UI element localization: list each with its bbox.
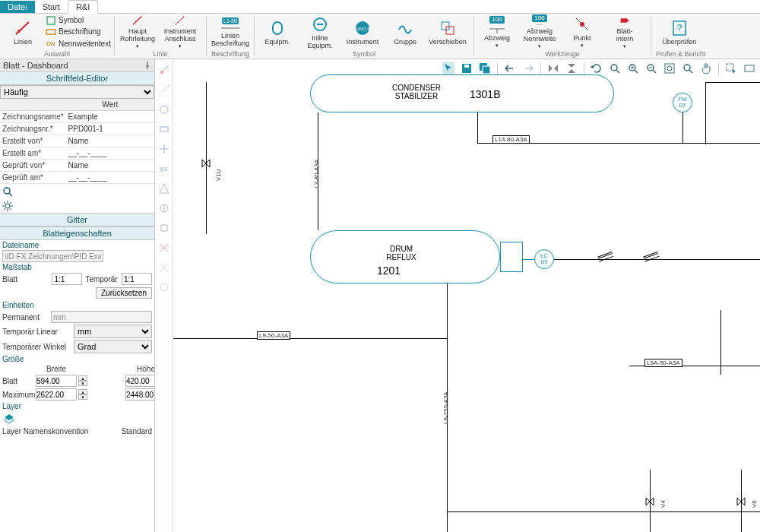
drum-tag: 1201	[377, 264, 401, 277]
condenser-label: CONDENSERSTABILIZER	[371, 84, 462, 100]
svg-rect-39	[160, 127, 168, 131]
layer-naming-label: Layer Namenskonvention	[2, 427, 88, 435]
instr-fm07[interactable]: FM07	[673, 93, 692, 112]
menu-tabs: Datei Start R&I	[0, 0, 760, 14]
tab-start[interactable]: Start	[35, 1, 68, 13]
section-gitter[interactable]: Gitter	[0, 213, 154, 226]
search-icon[interactable]	[2, 186, 13, 197]
tab-file[interactable]: Datei	[0, 1, 35, 13]
layer-naming-value: Standard	[121, 427, 152, 435]
groesse-label: Größe	[0, 354, 154, 364]
ribbon-group-linie-label: Linie	[151, 50, 169, 59]
temp-winkel-select[interactable]: Grad	[74, 340, 152, 353]
vtool-9[interactable]	[158, 222, 170, 234]
vtool-4[interactable]	[158, 123, 170, 135]
vtool-7[interactable]	[158, 182, 170, 195]
punkt-button[interactable]: Punkt▾	[562, 14, 602, 49]
pipe-v4[interactable]	[650, 470, 651, 532]
l7-label: L7-80-A3A	[313, 160, 320, 188]
verschieben-button[interactable]: Verschieben	[428, 14, 467, 49]
titleblock-row[interactable]: Geprüft von*Name	[0, 160, 154, 172]
abzweig-nennweite-button[interactable]: 100Abzweig Nennweite▾	[520, 14, 559, 49]
equipment-button[interactable]: Equipm.	[258, 14, 297, 49]
wert-header: Wert	[66, 99, 154, 111]
ribbon-group-linie: Haupt Rohrleitung ▾ Instrument Anschluss…	[115, 14, 206, 59]
tab-ri[interactable]: R&I	[68, 0, 98, 14]
gear-icon[interactable]	[2, 201, 13, 211]
pipe-l8[interactable]	[447, 338, 448, 532]
linien-select-button[interactable]: Linien	[3, 14, 43, 49]
ribbon-group-pruefen: ?Überprüfen Prüfen & Bericht	[651, 14, 711, 59]
ribbon: Linien Symbol Beschriftung DNNennweitent…	[0, 14, 760, 59]
condenser-vessel[interactable]	[310, 74, 614, 112]
v6-label: V6	[751, 500, 758, 508]
vtool-12[interactable]	[158, 281, 170, 293]
svg-line-5	[133, 17, 141, 25]
instrument-button[interactable]: FUNC IDInstrument	[343, 14, 382, 49]
blatt-width-input[interactable]	[36, 375, 77, 387]
pin-icon[interactable]	[144, 62, 151, 69]
vtool-1[interactable]	[158, 64, 170, 76]
pipe-edge-2[interactable]	[705, 82, 760, 83]
linienbeschriftung-button[interactable]: L1-50 Linien Beschriftung	[211, 14, 250, 49]
pipe-l14a[interactable]	[477, 112, 478, 143]
blatt-intern-button[interactable]: Blatt- intern▾	[605, 14, 644, 49]
svg-point-1	[17, 30, 21, 33]
pipe-v1u[interactable]	[206, 82, 207, 234]
vtool-8[interactable]	[158, 202, 170, 214]
svg-line-33	[9, 193, 12, 196]
vtool-10[interactable]	[158, 242, 170, 254]
hauptrohrleitung-label: Haupt Rohrleitung	[120, 27, 155, 43]
pipe-v6[interactable]	[741, 470, 742, 532]
ribbon-group-beschriftung-label: Beschriftung	[210, 50, 251, 59]
einheiten-label: Einheiten	[0, 300, 154, 310]
svg-line-0	[16, 22, 29, 34]
beschriftung-select-button[interactable]: Beschriftung	[46, 26, 111, 37]
vtool-2[interactable]	[158, 84, 170, 96]
svg-marker-25	[621, 18, 629, 22]
pipe-edge-1[interactable]	[705, 82, 706, 144]
section-blatteig[interactable]: Blatteigenschaften	[0, 226, 154, 240]
frequency-select[interactable]: Häufig	[0, 85, 154, 99]
nennweitentext-select-button[interactable]: DNNennweitentext	[46, 38, 111, 49]
gruppe-button[interactable]: Gruppe	[385, 14, 425, 49]
blatt-scale-input[interactable]	[52, 273, 82, 285]
max-width-input[interactable]	[36, 388, 77, 401]
pipe-l9-up[interactable]	[447, 283, 448, 339]
drum-nozzle[interactable]	[500, 242, 523, 272]
ribbon-group-werkzeuge-label: Werkzeuge	[543, 50, 581, 59]
instr-lc05[interactable]: LC05	[534, 249, 554, 269]
section-schriftfeld[interactable]: Schriftfeld-Editor	[0, 71, 154, 85]
blatt-height-input[interactable]	[125, 375, 155, 387]
titleblock-table: Wert Zeichnungsname*ExampleZeichnungsnr.…	[0, 99, 154, 184]
abzweig-button[interactable]: 100Abzweig▾	[477, 14, 517, 49]
titleblock-row[interactable]: Erstellt von*Name	[0, 135, 154, 147]
zuruecksetzen-button[interactable]: Zurücksetzen	[96, 287, 152, 299]
max-height-input[interactable]	[125, 388, 155, 401]
vtool-11[interactable]	[158, 261, 170, 274]
titleblock-row[interactable]: Zeichnungsnr.*PPD001-1	[0, 123, 154, 135]
layer-icon[interactable]	[3, 413, 15, 425]
drawing-canvas[interactable]: CONDENSERSTABILIZER 1301B DRUMREFLUX 120…	[173, 59, 760, 532]
ribbon-group-werkzeuge: 100Abzweig▾ 100Abzweig Nennweite▾ Punkt▾…	[474, 14, 651, 59]
hash-1	[598, 253, 615, 265]
temp-scale-input[interactable]	[122, 273, 152, 285]
instrumentanschluss-button[interactable]: Instrument Anschluss ▾	[160, 14, 200, 49]
ueberpruefen-button[interactable]: ?Überprüfen	[660, 14, 699, 49]
symbol-select-button[interactable]: Symbol	[46, 14, 111, 26]
titleblock-row[interactable]: Geprüft am*__-__-____	[0, 172, 154, 184]
ribbon-group-pruefen-label: Prüfen & Bericht	[654, 50, 708, 59]
pipe-l8-right[interactable]	[447, 511, 760, 512]
svg-rect-2	[47, 17, 55, 24]
titleblock-row[interactable]: Zeichnungsname*Example	[0, 111, 154, 123]
temp-linear-select[interactable]: mm	[74, 325, 152, 338]
svg-rect-17	[446, 27, 454, 34]
inline-equipment-button[interactable]: Inline Equipm.	[300, 14, 340, 49]
titleblock-row[interactable]: Erstellt am*__-__-____	[0, 147, 154, 160]
pipe-l9[interactable]	[173, 338, 447, 339]
vtool-6[interactable]: x≡	[158, 163, 170, 175]
svg-rect-12	[273, 22, 282, 34]
vtool-5[interactable]	[158, 143, 170, 155]
hauptrohrleitung-button[interactable]: Haupt Rohrleitung ▾	[118, 14, 157, 49]
vtool-3[interactable]	[158, 103, 170, 116]
